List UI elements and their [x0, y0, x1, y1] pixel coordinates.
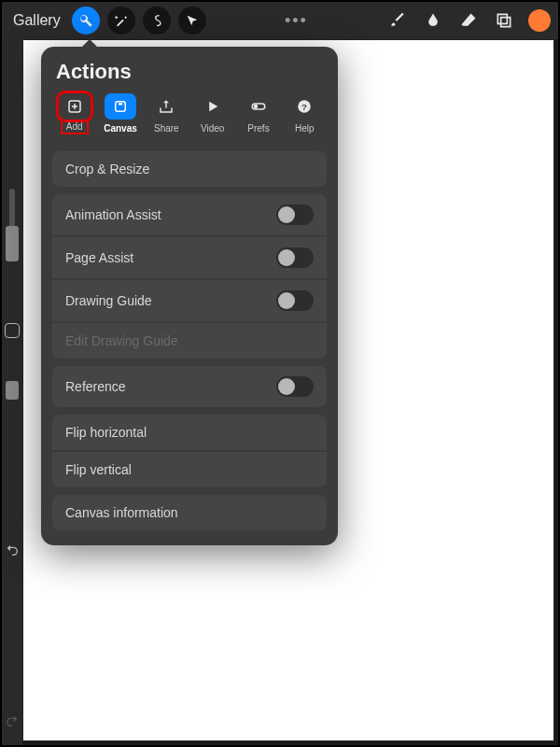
left-sidebar: [2, 39, 22, 745]
redo-button[interactable]: [5, 713, 20, 745]
page-assist-toggle[interactable]: [276, 247, 314, 268]
brush-icon: [388, 11, 407, 30]
actions-tab-row: Add Canvas Share Video Prefs ? Help: [52, 93, 327, 144]
edit-drawing-guide-row: Edit Drawing Guide: [52, 323, 327, 359]
tab-canvas[interactable]: Canvas: [98, 93, 142, 134]
animation-assist-label: Animation Assist: [65, 207, 161, 222]
adjustments-button[interactable]: [107, 7, 135, 35]
share-icon: [158, 98, 175, 115]
modify-button[interactable]: [5, 323, 20, 338]
tab-add-label: Add: [61, 121, 89, 134]
s-ribbon-icon: [149, 13, 164, 28]
tab-help-label: Help: [295, 123, 315, 134]
animation-assist-row[interactable]: Animation Assist: [52, 194, 327, 235]
tab-video-label: Video: [201, 123, 224, 134]
redo-icon: [5, 713, 20, 728]
flip-vertical-row[interactable]: Flip vertical: [52, 452, 327, 487]
svg-point-4: [254, 105, 259, 109]
add-icon: [66, 98, 83, 115]
brush-tool[interactable]: [386, 9, 409, 32]
svg-rect-2: [119, 103, 123, 105]
tab-video[interactable]: Video: [190, 93, 234, 134]
color-swatch[interactable]: [528, 9, 551, 32]
reference-label: Reference: [65, 379, 126, 394]
brush-size-slider-knob[interactable]: [6, 226, 19, 261]
transform-button[interactable]: [178, 7, 206, 35]
smudge-tool[interactable]: [422, 9, 444, 32]
brush-size-slider-track[interactable]: [9, 189, 15, 230]
gallery-link[interactable]: Gallery: [9, 12, 64, 29]
smudge-icon: [424, 11, 442, 30]
eraser-tool[interactable]: [457, 9, 480, 32]
tab-share-label: Share: [154, 123, 179, 134]
selection-button[interactable]: [143, 7, 171, 35]
canvas-information-row[interactable]: Canvas information: [52, 495, 327, 530]
more-dots[interactable]: •••: [279, 11, 314, 31]
edit-drawing-guide-label: Edit Drawing Guide: [65, 333, 178, 348]
layers-tool[interactable]: [493, 9, 515, 32]
undo-icon: [5, 543, 20, 557]
undo-button[interactable]: [5, 543, 20, 571]
page-assist-row[interactable]: Page Assist: [52, 237, 327, 278]
layers-icon: [495, 11, 513, 30]
crop-resize-label: Crop & Resize: [65, 162, 149, 176]
canvas-information-label: Canvas information: [65, 505, 178, 520]
actions-title: Actions: [52, 60, 327, 84]
help-icon: ?: [296, 98, 313, 115]
actions-panel: Actions Add Canvas Share Video Prefs ? H…: [41, 47, 338, 545]
animation-assist-toggle[interactable]: [276, 204, 314, 225]
crop-resize-row[interactable]: Crop & Resize: [52, 151, 327, 187]
drawing-guide-label: Drawing Guide: [65, 293, 152, 308]
reference-row[interactable]: Reference: [52, 366, 327, 407]
flip-horizontal-row[interactable]: Flip horizontal: [52, 415, 327, 450]
wand-icon: [114, 13, 129, 28]
opacity-slider-knob[interactable]: [6, 381, 19, 400]
prefs-toggle-icon: [250, 98, 267, 115]
drawing-guide-toggle[interactable]: [276, 290, 314, 311]
drawing-guide-row[interactable]: Drawing Guide: [52, 280, 327, 321]
video-play-icon: [204, 98, 221, 115]
tab-add[interactable]: Add: [52, 93, 96, 134]
cursor-arrow-icon: [185, 13, 200, 28]
top-toolbar: Gallery •••: [2, 2, 558, 39]
tab-canvas-label: Canvas: [104, 123, 137, 134]
page-assist-label: Page Assist: [65, 250, 133, 265]
canvas-icon: [112, 98, 129, 115]
tab-prefs[interactable]: Prefs: [236, 93, 280, 134]
wrench-icon: [78, 13, 93, 28]
tab-share[interactable]: Share: [145, 93, 189, 134]
actions-wrench-button[interactable]: [72, 7, 100, 35]
reference-toggle[interactable]: [276, 376, 314, 397]
tab-help[interactable]: ? Help: [283, 93, 327, 134]
tab-prefs-label: Prefs: [247, 123, 269, 134]
flip-vertical-label: Flip vertical: [65, 462, 132, 477]
flip-horizontal-label: Flip horizontal: [65, 425, 147, 440]
svg-text:?: ?: [301, 102, 307, 112]
eraser-icon: [459, 11, 478, 30]
